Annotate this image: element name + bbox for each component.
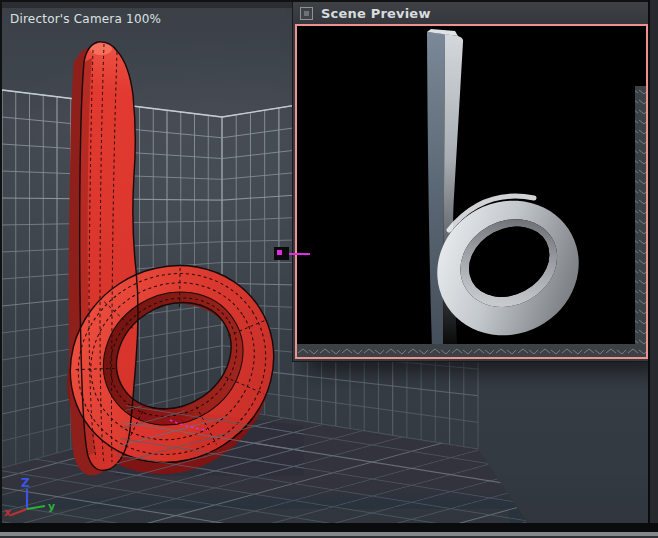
axis-z-label: Z	[21, 476, 30, 490]
window-frame-bottom-light	[0, 532, 658, 538]
scene-preview-render[interactable]	[295, 24, 648, 359]
preview-thumb-icon-inner	[304, 11, 309, 16]
window-frame-right	[648, 0, 658, 526]
axis-y-label: y	[48, 500, 55, 513]
camera-label: Director's Camera 100%	[10, 12, 161, 26]
scene-preview-title: Scene Preview	[321, 6, 431, 21]
render-wall-strip	[635, 86, 646, 344]
window-frame-left	[0, 0, 2, 538]
preview-thumb-icon[interactable]	[300, 7, 313, 20]
window-frame-bottom	[0, 523, 658, 532]
render-canvas	[297, 26, 646, 357]
scene-preview-window[interactable]: Scene Preview	[293, 2, 650, 361]
render-stem-left-face	[427, 32, 445, 348]
rendered-letter-b	[413, 29, 602, 357]
tool-handle-line	[289, 253, 310, 255]
window-frame-top	[0, 0, 658, 2]
scene-preview-titlebar[interactable]: Scene Preview	[293, 2, 650, 24]
tool-cursor-dot	[277, 250, 282, 255]
axis-x-label: x	[4, 506, 11, 519]
render-floor-strip	[297, 344, 646, 357]
